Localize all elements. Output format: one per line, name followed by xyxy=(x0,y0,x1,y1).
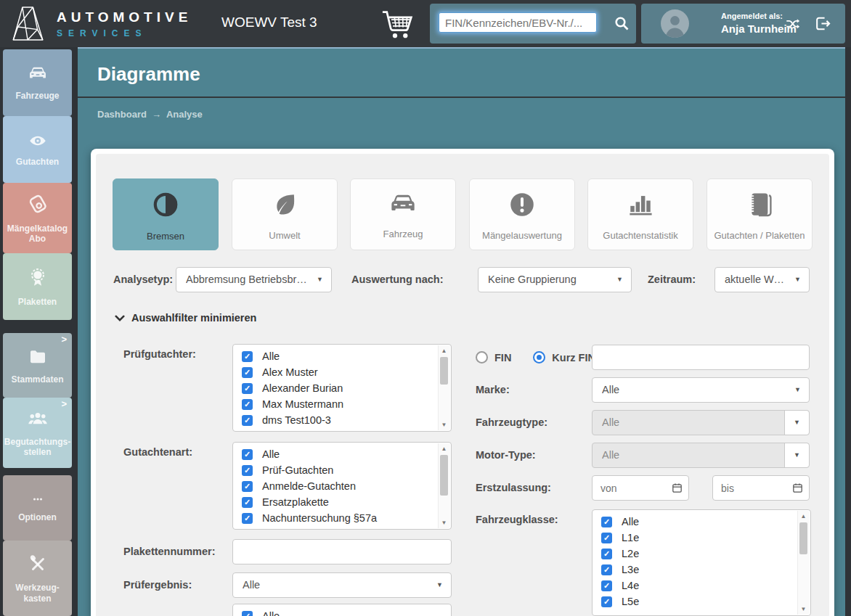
checkbox-checked-icon[interactable]: ✓ xyxy=(242,481,253,492)
checkbox-checked-icon[interactable]: ✓ xyxy=(601,517,612,527)
option-label[interactable]: Alle xyxy=(262,610,280,616)
scroll-down-icon[interactable]: ▼ xyxy=(439,420,449,430)
sidebar-item-fahrzeuge[interactable]: Fahrzeuge xyxy=(3,49,72,116)
option-label[interactable]: L1e xyxy=(622,532,639,543)
calendar-icon[interactable] xyxy=(791,482,804,494)
checkbox-checked-icon[interactable]: ✓ xyxy=(242,497,253,508)
option-label[interactable]: L2e xyxy=(622,548,639,559)
fahrzeugtype-select[interactable]: Alle ▼ xyxy=(592,410,810,435)
scroll-down-icon[interactable]: ▼ xyxy=(439,518,449,527)
marke-select[interactable]: Alle ▼ xyxy=(592,377,810,403)
option-label[interactable]: Prüf-Gutachten xyxy=(262,464,333,476)
sidebar-item-label: Stammdaten xyxy=(9,374,65,385)
checkbox-checked-icon[interactable]: ✓ xyxy=(242,465,253,476)
pruefergebnis-select[interactable]: Alle ▼ xyxy=(232,572,452,598)
checkbox-checked-icon[interactable]: ✓ xyxy=(242,611,253,616)
zeitraum-select[interactable]: aktuelle Wo... ▼ xyxy=(714,267,810,292)
pruefergebnis-label: Prüfergebnis: xyxy=(123,572,192,598)
tab-bremsen[interactable]: Bremsen xyxy=(113,178,219,250)
tab-gutachten-plaketten[interactable]: Gutachten / Plaketten xyxy=(707,178,813,250)
calendar-icon[interactable] xyxy=(671,482,683,494)
checkbox-checked-icon[interactable]: ✓ xyxy=(601,596,612,607)
scroll-up-icon[interactable]: ▲ xyxy=(798,512,809,521)
kurz-fin-input[interactable] xyxy=(592,345,810,370)
checkbox-checked-icon[interactable]: ✓ xyxy=(242,383,253,394)
search-button[interactable] xyxy=(608,14,630,34)
page-title: Diagramme xyxy=(78,49,845,98)
analysetyp-label: Analysetyp: xyxy=(113,267,173,292)
scroll-thumb[interactable] xyxy=(440,455,448,496)
option-label[interactable]: Alexander Burian xyxy=(262,382,343,394)
erstzulassung-label: Erstzulassung: xyxy=(476,475,551,501)
maengel-listbox: ✓ Alle xyxy=(232,604,452,616)
tab-fahrzeug[interactable]: Fahrzeug xyxy=(350,178,456,250)
logout-button[interactable] xyxy=(813,15,832,33)
scrollbar[interactable]: ▲ ▼ xyxy=(438,443,450,528)
plakettennummer-input[interactable] xyxy=(232,539,452,564)
option-label[interactable]: Ersatzplakette xyxy=(262,496,329,508)
analysetyp-select[interactable]: Abbremsung Betriebsbre... ▼ xyxy=(176,267,332,292)
leaf-icon xyxy=(269,189,301,221)
checkbox-checked-icon[interactable]: ✓ xyxy=(242,513,253,524)
checkbox-checked-icon[interactable]: ✓ xyxy=(242,399,253,410)
submenu-arrow-icon: > xyxy=(61,398,67,409)
checkbox-checked-icon[interactable]: ✓ xyxy=(601,580,612,591)
zeitraum-label: Zeitraum: xyxy=(648,267,696,292)
checkbox-checked-icon[interactable]: ✓ xyxy=(242,367,253,378)
sidebar-item-begutachtungsstellen[interactable]: > Begutachtungs­stellen xyxy=(3,398,72,468)
sidebar-item-gutachten[interactable]: Gutachten xyxy=(3,116,72,183)
scroll-thumb[interactable] xyxy=(799,522,807,554)
checkbox-checked-icon[interactable]: ✓ xyxy=(601,533,612,543)
marke-value: Alle xyxy=(602,378,787,402)
checkbox-checked-icon[interactable]: ✓ xyxy=(601,564,612,575)
breadcrumb-dashboard[interactable]: Dashboard xyxy=(97,109,147,120)
plakettennummer-label: Plakettennummer: xyxy=(123,539,216,564)
scroll-down-icon[interactable]: ▼ xyxy=(798,604,809,614)
motor-type-select[interactable]: Alle ▼ xyxy=(592,443,810,468)
checkbox-checked-icon[interactable]: ✓ xyxy=(242,415,253,426)
tab-gutachtenstatistik[interactable]: Gutachtenstatistik xyxy=(587,178,693,250)
breadcrumb-analyse[interactable]: Analyse xyxy=(166,109,203,120)
tab-maengelauswertung[interactable]: Mängelauswertung xyxy=(469,178,575,250)
sidebar-item-plaketten[interactable]: Plaketten xyxy=(3,253,72,320)
option-label[interactable]: dms Test100-3 xyxy=(262,414,331,426)
checkbox-checked-icon[interactable]: ✓ xyxy=(242,351,253,362)
option-label[interactable]: Alle xyxy=(262,448,280,460)
scroll-up-icon[interactable]: ▲ xyxy=(439,346,449,356)
option-label[interactable]: L3e xyxy=(622,564,639,575)
checkbox-checked-icon[interactable]: ✓ xyxy=(601,549,612,559)
scrollbar[interactable]: ▲ ▼ xyxy=(797,511,810,615)
option-label[interactable]: L5e xyxy=(622,596,639,607)
motor-type-label: Motor-Type: xyxy=(476,443,536,468)
option-label[interactable]: Alle xyxy=(622,516,639,527)
checkbox-checked-icon[interactable]: ✓ xyxy=(242,449,253,460)
scroll-up-icon[interactable]: ▲ xyxy=(439,444,449,453)
cart-button[interactable] xyxy=(380,8,415,40)
option-label[interactable]: Nachuntersuchung §57a xyxy=(262,512,377,524)
option-label[interactable]: Alle xyxy=(262,350,280,362)
kurz-fin-radio[interactable] xyxy=(533,351,545,364)
option-label[interactable]: L4e xyxy=(622,580,639,591)
fin-radio[interactable] xyxy=(476,351,488,364)
scroll-thumb[interactable] xyxy=(440,357,448,385)
option-label[interactable]: Anmelde-Gutachten xyxy=(262,480,356,492)
breadcrumb-arrow-icon: → xyxy=(152,109,161,120)
sidebar-item-label: Werkzeug­kasten xyxy=(3,583,72,604)
chevron-down-icon: ▼ xyxy=(794,268,801,292)
fahrzeugtype-value: Alle xyxy=(602,411,787,435)
search-input[interactable] xyxy=(439,12,597,33)
option-label[interactable]: Alex Muster xyxy=(262,366,318,378)
sidebar-item-werkzeugkasten[interactable]: Werkzeug­kasten xyxy=(3,541,72,616)
list-item: ✓ Alle xyxy=(233,446,451,462)
sidebar-item-maengelkatalog-abo[interactable]: Mängelkatalog Abo xyxy=(3,183,72,253)
brand-logo[interactable] xyxy=(9,4,48,44)
option-label[interactable]: Max Mustermann xyxy=(262,398,343,410)
filter-collapse-toggle[interactable]: Auswahlfilter minimieren xyxy=(115,312,256,324)
auswertung-select[interactable]: Keine Gruppierung ▼ xyxy=(478,267,632,292)
sidebar-item-optionen[interactable]: Optionen xyxy=(3,475,72,541)
switch-user-button[interactable] xyxy=(783,16,803,32)
tab-umwelt[interactable]: Umwelt xyxy=(232,178,338,250)
sidebar-item-stammdaten[interactable]: > Stammdaten xyxy=(3,333,72,398)
marke-label: Marke: xyxy=(476,377,510,403)
scrollbar[interactable]: ▲ ▼ xyxy=(438,345,450,430)
